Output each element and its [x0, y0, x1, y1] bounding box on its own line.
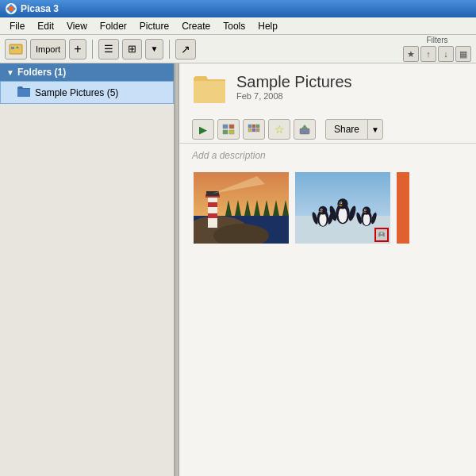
menu-tools[interactable]: Tools [217, 19, 251, 33]
filter-star-button[interactable]: ★ [403, 46, 419, 62]
folders-header-label: Folders (1) [17, 67, 66, 78]
main-layout: ▼ Folders (1) Sample Pictures (5) [0, 63, 476, 476]
photo-thumb-3[interactable] [395, 171, 411, 245]
import-label: Import [36, 44, 60, 54]
menu-picture[interactable]: Picture [133, 19, 175, 33]
toolbar-separator-2 [169, 40, 170, 59]
filters-icons: ★ ↑ ↓ ▦ [403, 46, 471, 62]
photo-thumb-2[interactable] [294, 171, 392, 245]
app-title: Picasa 3 [21, 3, 59, 14]
filter-down-button[interactable]: ↓ [438, 46, 454, 62]
app-icon [5, 2, 17, 15]
share-label: Share [326, 120, 368, 139]
svg-rect-12 [248, 129, 251, 132]
svg-rect-15 [300, 129, 309, 134]
add-button[interactable]: + [69, 39, 86, 60]
menu-help[interactable]: Help [251, 19, 284, 33]
share-button[interactable]: Share ▼ [325, 119, 383, 140]
upload-button[interactable] [5, 39, 27, 60]
play-slideshow-button[interactable]: ▶ [192, 119, 214, 140]
album-folder-icon [192, 73, 227, 109]
share-toolbar-button[interactable]: ↗ [175, 39, 196, 60]
svg-rect-5 [223, 125, 228, 129]
svg-rect-11 [256, 125, 259, 128]
filters-area: Filters ★ ↑ ↓ ▦ [403, 36, 471, 62]
description-text: Add a description [192, 150, 266, 161]
menu-file[interactable]: File [3, 19, 31, 33]
svg-rect-9 [248, 125, 251, 128]
menu-edit[interactable]: Edit [31, 19, 60, 33]
svg-rect-10 [252, 125, 255, 128]
svg-rect-14 [256, 129, 259, 132]
svg-rect-6 [229, 125, 234, 129]
svg-rect-13 [252, 129, 255, 132]
chevron-down-icon: ▼ [6, 68, 14, 77]
photos-grid [179, 167, 476, 248]
sidebar-item-sample-pictures[interactable]: Sample Pictures (5) [0, 81, 174, 104]
toolbar-separator-1 [92, 40, 93, 59]
svg-rect-3 [11, 47, 14, 49]
svg-point-18 [381, 232, 383, 235]
folder-icon [17, 85, 31, 100]
folders-header[interactable]: ▼ Folders (1) [0, 63, 174, 81]
import-button[interactable]: Import [30, 39, 66, 60]
menu-view[interactable]: View [60, 19, 94, 33]
menu-create[interactable]: Create [175, 19, 217, 33]
grid-view-button[interactable]: ⊞ [122, 39, 142, 60]
svg-point-1 [9, 6, 13, 11]
description-area[interactable]: Add a description [179, 144, 476, 167]
toolbar: Import + ☰ ⊞ ▼ ↗ Filters ★ ↑ ↓ ▦ [0, 35, 476, 63]
album-info: Sample Pictures Feb 7, 2008 [236, 73, 352, 101]
folder-item-label: Sample Pictures (5) [35, 87, 118, 98]
content-area: Sample Pictures Feb 7, 2008 ▶ [179, 63, 476, 476]
album-title: Sample Pictures [236, 73, 352, 91]
album-date: Feb 7, 2008 [236, 91, 352, 101]
upload-photo-button[interactable] [294, 119, 316, 140]
action-toolbar: ▶ ☆ [179, 116, 476, 144]
album-header: Sample Pictures Feb 7, 2008 [179, 63, 476, 116]
view-dropdown-button[interactable]: ▼ [145, 39, 164, 60]
list-view-button[interactable]: ☰ [98, 39, 119, 60]
filters-label: Filters [426, 36, 447, 44]
star-button[interactable]: ☆ [268, 119, 290, 140]
svg-rect-7 [223, 130, 228, 134]
photo-thumb-1[interactable] [192, 171, 290, 245]
filter-grid-button[interactable]: ▦ [455, 46, 471, 62]
svg-marker-16 [301, 125, 308, 129]
mosaic-button[interactable] [243, 119, 265, 140]
share-dropdown-icon[interactable]: ▼ [368, 120, 382, 139]
svg-rect-8 [229, 130, 234, 134]
photo-overlay-icon [374, 228, 389, 242]
sidebar: ▼ Folders (1) Sample Pictures (5) [0, 63, 175, 476]
collage-button[interactable] [217, 119, 240, 140]
filter-up-button[interactable]: ↑ [420, 46, 436, 62]
menu-folder[interactable]: Folder [94, 19, 133, 33]
title-bar: Picasa 3 [0, 0, 476, 17]
menu-bar: File Edit View Folder Picture Create Too… [0, 17, 476, 35]
